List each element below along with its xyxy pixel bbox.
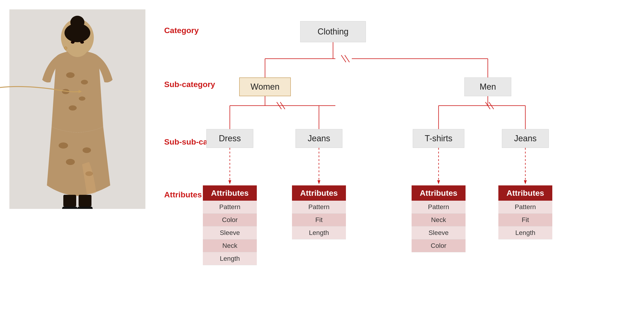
jeans-women-attr-3: Length xyxy=(292,226,346,239)
svg-point-6 xyxy=(79,97,85,101)
model-photo xyxy=(10,10,146,209)
jeans-men-attr-2: Fit xyxy=(498,214,552,226)
dress-attr-header: Attributes xyxy=(203,185,257,201)
svg-marker-43 xyxy=(228,180,231,184)
women-node: Women xyxy=(239,78,291,96)
tshirts-attr-header: Attributes xyxy=(412,185,466,201)
subcategory-label: Sub-category xyxy=(164,80,215,89)
svg-rect-15 xyxy=(78,206,93,209)
jeans-women-attr-2: Fit xyxy=(292,214,346,226)
jeans-women-attr-1: Pattern xyxy=(292,201,346,214)
dress-node: Dress xyxy=(206,129,253,148)
svg-point-3 xyxy=(66,72,74,78)
root-node: Clothing xyxy=(300,21,366,42)
jeans-men-node: Jeans xyxy=(502,129,549,148)
svg-point-8 xyxy=(59,142,68,149)
jeans-women-node: Jeans xyxy=(296,129,342,148)
svg-point-5 xyxy=(62,89,70,94)
dress-attr-3: Sleeve xyxy=(203,226,257,239)
tshirts-attr-2: Neck xyxy=(412,214,466,226)
jeans-men-attr-3: Length xyxy=(498,226,552,239)
svg-point-7 xyxy=(69,105,77,111)
svg-point-4 xyxy=(81,80,88,85)
svg-marker-45 xyxy=(318,180,320,184)
dress-attr-4: Neck xyxy=(203,239,257,252)
category-label: Category xyxy=(164,26,199,35)
svg-point-19 xyxy=(80,41,84,44)
svg-marker-49 xyxy=(524,180,527,184)
dress-attr-1: Pattern xyxy=(203,201,257,214)
attributes-label: Attributes xyxy=(164,190,202,199)
svg-point-17 xyxy=(64,24,90,42)
svg-rect-12 xyxy=(63,195,76,206)
svg-point-9 xyxy=(82,147,91,153)
men-node: Men xyxy=(464,78,511,96)
svg-marker-47 xyxy=(437,180,440,184)
tshirts-attr-1: Pattern xyxy=(412,201,466,214)
tshirts-attr-3: Sleeve xyxy=(412,226,466,239)
svg-point-10 xyxy=(66,159,75,165)
svg-point-18 xyxy=(71,41,74,44)
jeans-women-attr-header: Attributes xyxy=(292,185,346,201)
dress-attr-2: Color xyxy=(203,214,257,226)
jeans-men-attr-1: Pattern xyxy=(498,201,552,214)
svg-rect-14 xyxy=(62,206,78,209)
svg-point-20 xyxy=(64,47,67,50)
dress-attr-5: Length xyxy=(203,252,257,265)
tshirts-attr-4: Color xyxy=(412,239,466,252)
tshirts-node: T-shirts xyxy=(413,129,464,148)
taxonomy-diagram: Category Sub-category Sub-sub-category A… xyxy=(164,7,633,321)
jeans-men-attr-header: Attributes xyxy=(498,185,552,201)
svg-rect-13 xyxy=(78,195,92,206)
